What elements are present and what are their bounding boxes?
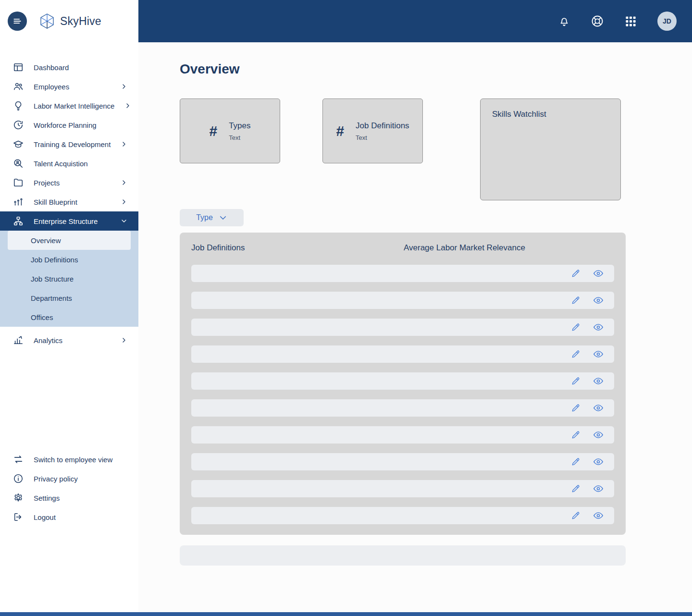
sidebar-item-label: Labor Market Intelligence xyxy=(34,102,114,110)
job-definitions-stat-card: # Job Definitions Text xyxy=(322,99,423,163)
view-button[interactable] xyxy=(593,322,604,333)
chevron-right-icon xyxy=(120,198,128,206)
sidebar-item-training-development[interactable]: Training & Development xyxy=(0,135,138,154)
type-filter-dropdown[interactable]: Type xyxy=(180,209,244,226)
edit-button[interactable] xyxy=(571,376,581,386)
eye-icon xyxy=(593,403,604,413)
sidebar-item-enterprise-structure[interactable]: Enterprise Structure xyxy=(0,211,138,231)
pencil-icon xyxy=(571,296,581,305)
types-card-subtitle: Text xyxy=(229,134,240,141)
eye-icon xyxy=(593,322,604,333)
settings-button[interactable]: Settings xyxy=(0,488,138,507)
pencil-icon xyxy=(571,322,581,332)
sidebar-item-label: Training & Development xyxy=(34,140,111,148)
submenu-item-overview[interactable]: Overview xyxy=(8,231,131,250)
submenu-item-job-definitions[interactable]: Job Definitions xyxy=(0,250,138,269)
pencil-icon xyxy=(571,349,581,359)
swap-arrows-icon xyxy=(12,454,24,465)
column-header-job-definitions: Job Definitions xyxy=(191,242,404,254)
pencil-icon xyxy=(571,511,581,520)
notifications-button[interactable] xyxy=(558,15,570,27)
types-count: # xyxy=(209,123,217,139)
edit-button[interactable] xyxy=(571,349,581,359)
skills-watchlist-card: Skills Watchlist xyxy=(480,99,621,200)
view-button[interactable] xyxy=(593,403,604,413)
edit-button[interactable] xyxy=(571,457,581,467)
view-button[interactable] xyxy=(593,268,604,279)
info-icon xyxy=(12,473,24,484)
graduation-cap-icon xyxy=(12,139,24,149)
skyhive-logo[interactable]: SkyHive xyxy=(38,12,101,30)
submenu-item-offices[interactable]: Offices xyxy=(0,308,138,327)
table-row xyxy=(191,453,614,470)
view-button[interactable] xyxy=(593,510,604,521)
sidebar-item-label: Talent Acquistion xyxy=(34,160,128,168)
view-button[interactable] xyxy=(593,456,604,467)
bell-icon xyxy=(558,15,570,27)
apps-grid-button[interactable] xyxy=(624,15,637,28)
main-content: Overview # Types Text # Job Definitions … xyxy=(138,42,692,616)
switch-to-employee-view-button[interactable]: Switch to employee view xyxy=(0,450,138,469)
table-header-row: Job Definitions Average Labor Market Rel… xyxy=(191,242,614,254)
job-definitions-card-title: Job Definitions xyxy=(356,121,409,131)
submenu-item-label: Job Structure xyxy=(31,275,74,283)
job-definitions-count: # xyxy=(336,123,344,139)
sidebar-item-employees[interactable]: Employees xyxy=(0,77,138,96)
types-card-title: Types xyxy=(229,121,250,131)
sidebar-item-skill-blueprint[interactable]: Skill Blueprint xyxy=(0,192,138,211)
pencil-icon xyxy=(571,269,581,278)
edit-button[interactable] xyxy=(571,430,581,440)
brand-area: SkyHive xyxy=(0,0,138,42)
sidebar-item-analytics[interactable]: Analytics xyxy=(0,331,138,350)
table-row xyxy=(191,292,614,309)
edit-button[interactable] xyxy=(571,269,581,278)
sidebar-item-projects[interactable]: Projects xyxy=(0,173,138,192)
table-row xyxy=(191,426,614,444)
help-button[interactable] xyxy=(591,14,604,28)
view-button[interactable] xyxy=(593,295,604,306)
table-row xyxy=(191,480,614,497)
eye-icon xyxy=(593,295,604,306)
view-button[interactable] xyxy=(593,376,604,386)
submenu-item-job-structure[interactable]: Job Structure xyxy=(0,269,138,288)
summary-cards-row: # Types Text # Job Definitions Text Skil… xyxy=(180,99,626,200)
chevron-right-icon xyxy=(120,179,128,186)
user-avatar[interactable]: JD xyxy=(657,12,677,31)
view-button[interactable] xyxy=(593,349,604,359)
chevron-down-icon xyxy=(120,217,128,225)
sidebar-item-label: Dashboard xyxy=(34,63,128,72)
logout-button[interactable]: Logout xyxy=(0,507,138,527)
chevron-right-icon xyxy=(120,140,128,148)
pencil-icon xyxy=(571,376,581,386)
edit-button[interactable] xyxy=(571,322,581,332)
edit-button[interactable] xyxy=(571,296,581,305)
footer-item-label: Logout xyxy=(34,513,128,521)
table-row xyxy=(191,372,614,390)
submenu-item-departments[interactable]: Departments xyxy=(0,288,138,308)
chevron-right-icon xyxy=(120,83,128,90)
enterprise-structure-submenu: Overview Job Definitions Job Structure D… xyxy=(0,231,138,327)
sidebar: Dashboard Employees Labor Market Intelli… xyxy=(0,42,138,616)
help-icon xyxy=(591,14,604,28)
hamburger-menu-button[interactable] xyxy=(8,12,27,31)
submenu-item-label: Overview xyxy=(31,236,61,245)
sidebar-item-labor-market-intelligence[interactable]: Labor Market Intelligence xyxy=(0,96,138,115)
column-header-avg-labor-market-relevance: Average Labor Market Relevance xyxy=(404,242,525,254)
sidebar-item-label: Projects xyxy=(34,179,111,187)
sidebar-item-dashboard[interactable]: Dashboard xyxy=(0,58,138,77)
edit-button[interactable] xyxy=(571,403,581,413)
view-button[interactable] xyxy=(593,430,604,440)
eye-icon xyxy=(593,268,604,279)
dashboard-icon xyxy=(12,62,24,73)
eye-icon xyxy=(593,456,604,467)
privacy-policy-link[interactable]: Privacy policy xyxy=(0,469,138,488)
type-filter-label: Type xyxy=(196,213,213,222)
view-button[interactable] xyxy=(593,483,604,494)
edit-button[interactable] xyxy=(571,511,581,520)
sidebar-item-workforce-planning[interactable]: Workforce Planning xyxy=(0,115,138,135)
edit-button[interactable] xyxy=(571,484,581,493)
table-row xyxy=(191,345,614,363)
page-title: Overview xyxy=(180,62,626,77)
apps-grid-icon xyxy=(624,15,637,28)
sidebar-item-talent-acquisition[interactable]: Talent Acquistion xyxy=(0,154,138,173)
